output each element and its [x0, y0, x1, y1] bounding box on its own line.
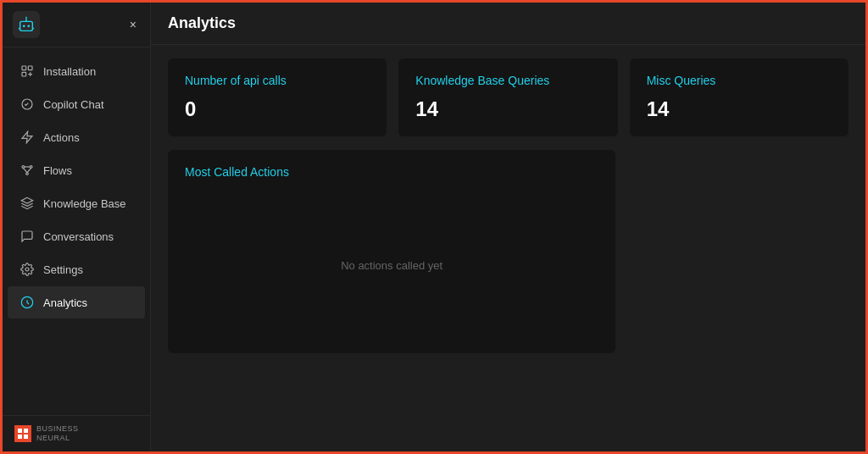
stat-card-misc-queries: Misc Queries 14: [630, 58, 849, 136]
stat-card-kb-queries: Knowledge Base Queries 14: [398, 58, 617, 136]
svg-line-17: [27, 168, 31, 172]
svg-rect-20: [18, 429, 22, 433]
svg-rect-21: [24, 429, 28, 433]
installation-icon: [19, 64, 35, 79]
flows-icon: [19, 163, 35, 178]
stat-card-api-calls: Number of api calls 0: [168, 58, 387, 136]
svg-point-14: [26, 173, 29, 175]
sidebar-item-settings[interactable]: Settings: [8, 253, 145, 285]
logo-icon: [13, 11, 40, 38]
svg-point-4: [25, 17, 27, 19]
sidebar: × Installation: [3, 3, 151, 451]
sidebar-item-conversations-label: Conversations: [43, 230, 114, 243]
sidebar-item-knowledge-base-label: Knowledge Base: [43, 197, 126, 210]
actions-card-body: No actions called yet: [185, 192, 598, 338]
logo-container: [13, 11, 40, 38]
sidebar-item-settings-label: Settings: [43, 263, 83, 276]
svg-point-18: [25, 268, 29, 271]
sidebar-item-analytics[interactable]: Analytics: [8, 286, 145, 318]
copilot-chat-icon: [19, 97, 35, 112]
content-area: Number of api calls 0 Knowledge Base Que…: [151, 45, 865, 451]
most-called-actions-card: Most Called Actions No actions called ye…: [168, 150, 615, 353]
sidebar-header: ×: [3, 3, 150, 47]
svg-rect-8: [28, 66, 32, 70]
svg-line-16: [23, 168, 27, 172]
stat-card-kb-queries-title: Knowledge Base Queries: [415, 74, 600, 87]
analytics-icon: [19, 295, 35, 310]
svg-rect-22: [18, 435, 22, 439]
settings-icon: [19, 262, 35, 277]
actions-card-title: Most Called Actions: [185, 165, 598, 179]
sidebar-item-installation[interactable]: Installation: [8, 55, 145, 87]
brand-icon: [14, 425, 31, 442]
sidebar-close-button[interactable]: ×: [126, 16, 140, 33]
empty-state-text: No actions called yet: [341, 259, 442, 272]
sidebar-item-copilot-chat[interactable]: Copilot Chat: [8, 88, 145, 120]
stat-card-misc-queries-value: 14: [647, 97, 832, 121]
knowledge-base-icon: [19, 196, 35, 211]
sidebar-item-actions-label: Actions: [43, 131, 80, 144]
sidebar-item-conversations[interactable]: Conversations: [8, 220, 145, 252]
sidebar-nav: Installation Copilot Chat: [3, 47, 150, 415]
sidebar-item-knowledge-base[interactable]: Knowledge Base: [8, 187, 145, 219]
svg-rect-0: [20, 21, 33, 30]
app-container: × Installation: [3, 3, 865, 451]
svg-rect-23: [24, 435, 28, 439]
sidebar-footer: BUSINESS NEURAL: [3, 415, 150, 451]
actions-icon: [19, 130, 35, 145]
sidebar-item-installation-label: Installation: [43, 65, 96, 78]
stat-card-misc-queries-title: Misc Queries: [647, 74, 832, 87]
brand-text: BUSINESS NEURAL: [36, 424, 79, 443]
svg-point-12: [22, 166, 25, 169]
sidebar-item-analytics-label: Analytics: [43, 296, 87, 309]
sidebar-item-flows[interactable]: Flows: [8, 154, 145, 186]
stat-card-api-calls-title: Number of api calls: [185, 74, 370, 87]
stat-cards: Number of api calls 0 Knowledge Base Que…: [168, 58, 849, 136]
main-header: Analytics: [151, 3, 865, 45]
svg-marker-11: [22, 131, 32, 142]
svg-point-1: [23, 25, 25, 27]
brand-logo: BUSINESS NEURAL: [14, 424, 138, 443]
sidebar-item-copilot-chat-label: Copilot Chat: [43, 98, 104, 111]
stat-card-api-calls-value: 0: [185, 97, 370, 121]
page-title: Analytics: [168, 14, 849, 32]
svg-point-2: [27, 25, 30, 27]
svg-point-13: [30, 166, 32, 169]
svg-rect-9: [22, 72, 26, 76]
sidebar-item-actions[interactable]: Actions: [8, 121, 145, 153]
stat-card-kb-queries-value: 14: [415, 97, 600, 121]
svg-rect-7: [22, 66, 26, 70]
main-content: Analytics Number of api calls 0 Knowledg…: [151, 3, 865, 451]
sidebar-item-flows-label: Flows: [43, 164, 72, 177]
conversations-icon: [19, 229, 35, 244]
